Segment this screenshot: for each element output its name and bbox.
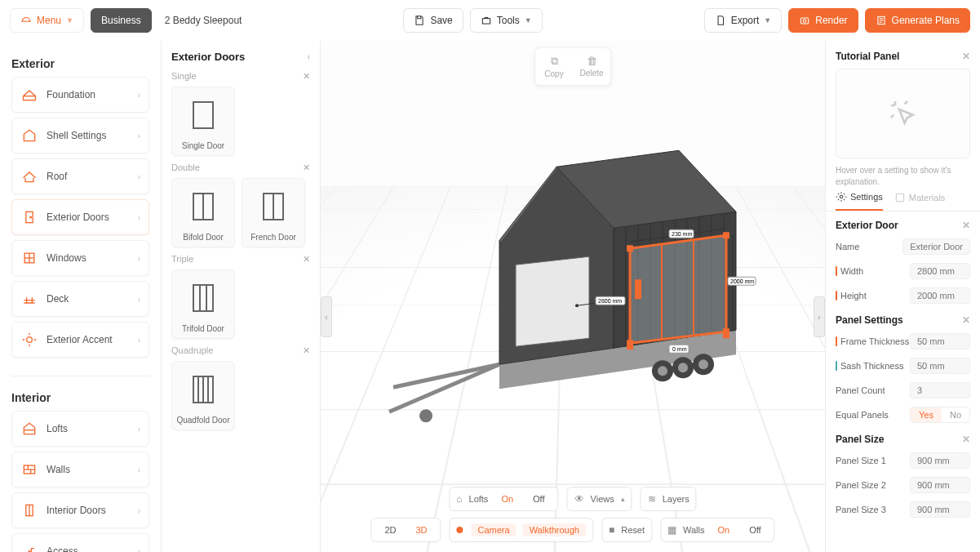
chevron-right-icon: › bbox=[138, 91, 140, 100]
close-icon[interactable]: ✕ bbox=[303, 71, 310, 82]
door-card-trifold-door[interactable]: Trifold Door bbox=[171, 269, 235, 339]
door-thumb bbox=[175, 275, 231, 321]
collapse-left-handle[interactable]: ‹ bbox=[321, 296, 332, 337]
door-card-label: Trifold Door bbox=[175, 324, 231, 333]
layers-button[interactable]: ≋Layers bbox=[641, 487, 697, 511]
svg-marker-45 bbox=[516, 256, 589, 346]
door-card-bifold-door[interactable]: Bifold Door bbox=[171, 178, 235, 247]
sidebar-item-walls[interactable]: Walls› bbox=[11, 452, 149, 487]
svg-rect-27 bbox=[193, 285, 213, 311]
close-icon[interactable]: ✕ bbox=[962, 220, 970, 231]
sidebar-item-label: Foundation bbox=[47, 89, 130, 100]
svg-rect-75 bbox=[896, 194, 903, 201]
svg-rect-63 bbox=[627, 245, 633, 252]
field-height-value[interactable]: 2000 mm bbox=[910, 287, 970, 304]
close-icon[interactable]: ✕ bbox=[962, 51, 970, 62]
delete-button[interactable]: 🗑Delete bbox=[573, 48, 610, 85]
field-frame-label: Frame Thickness bbox=[840, 336, 909, 346]
project-name: 2 Beddy Sleepout bbox=[165, 15, 242, 26]
layers-icon: ≋ bbox=[648, 493, 656, 505]
tools-label: Tools bbox=[497, 15, 520, 26]
field-name-value[interactable]: Exterior Door bbox=[902, 238, 970, 255]
sidebar-item-exterior-accent[interactable]: Exterior Accent› bbox=[11, 322, 149, 358]
copy-button[interactable]: ⧉Copy bbox=[535, 48, 573, 85]
tab-materials[interactable]: Materials bbox=[894, 191, 946, 211]
sidebar-item-deck[interactable]: Deck› bbox=[11, 281, 149, 317]
tutorial-tip: Hover over a setting to show it's explan… bbox=[836, 165, 970, 188]
panel-size-value[interactable]: 900 mm bbox=[910, 477, 970, 493]
field-name-label: Name bbox=[836, 242, 859, 252]
sidebar-item-label: Roof bbox=[47, 171, 130, 182]
door-card-quadfold-door[interactable]: Quadfold Door bbox=[171, 361, 235, 430]
sidebar-interior-title: Interior bbox=[11, 386, 149, 411]
camera-mode-toggle[interactable]: CameraWalkthrough bbox=[450, 518, 593, 542]
door-card-single-door[interactable]: Single Door bbox=[171, 87, 235, 156]
section-panel-settings: Panel Settings bbox=[836, 314, 903, 326]
windows-icon bbox=[20, 249, 38, 267]
close-icon[interactable]: ✕ bbox=[303, 345, 310, 356]
door-thumb bbox=[175, 367, 231, 412]
close-icon[interactable]: ✕ bbox=[962, 434, 970, 445]
generate-plans-button[interactable]: Generate Plans bbox=[865, 8, 970, 33]
view-mode-toggle[interactable]: 2D3D bbox=[370, 518, 441, 542]
save-label: Save bbox=[430, 15, 452, 26]
svg-point-39 bbox=[658, 366, 667, 376]
field-frame-value[interactable]: 50 mm bbox=[910, 333, 970, 349]
dim-top: 230 mm bbox=[672, 231, 692, 237]
section-panel-size: Panel Size bbox=[836, 434, 884, 445]
sidebar-item-label: Shell Settings bbox=[47, 130, 130, 141]
equal-panels-toggle[interactable]: YesNo bbox=[910, 407, 970, 423]
tab-settings[interactable]: Settings bbox=[836, 191, 883, 211]
access-icon bbox=[20, 542, 38, 552]
close-icon[interactable]: ✕ bbox=[303, 162, 310, 173]
save-button[interactable]: Save bbox=[403, 8, 463, 33]
panel-size-value[interactable]: 900 mm bbox=[910, 501, 970, 518]
menu-button[interactable]: Menu ▼ bbox=[10, 8, 84, 33]
chevron-right-icon: › bbox=[138, 213, 140, 222]
chevron-left-icon[interactable]: ‹ bbox=[308, 52, 310, 61]
door-card-french-door[interactable]: French Door bbox=[242, 178, 305, 247]
sidebar-item-exterior-doors[interactable]: Exterior Doors› bbox=[11, 199, 149, 235]
sidebar-item-windows[interactable]: Windows› bbox=[11, 240, 149, 276]
close-icon[interactable]: ✕ bbox=[303, 254, 310, 265]
dim-left: 2800 mm bbox=[598, 298, 622, 304]
panel-size-value[interactable]: 900 mm bbox=[910, 452, 970, 469]
field-count-value[interactable]: 3 bbox=[910, 382, 970, 398]
dim-bot: 0 mm bbox=[672, 346, 687, 352]
svg-rect-1 bbox=[801, 18, 809, 24]
viewport-3d[interactable]: ‹ › ⧉Copy 🗑Delete bbox=[321, 41, 825, 552]
cursor-click-icon bbox=[887, 97, 920, 130]
sidebar-item-lofts[interactable]: Lofts› bbox=[11, 411, 149, 447]
sidebar-item-interior-doors[interactable]: Interior Doors› bbox=[11, 492, 149, 528]
field-width-value[interactable]: 2800 mm bbox=[910, 263, 970, 279]
svg-rect-65 bbox=[635, 279, 641, 299]
walls-toggle[interactable]: ▦WallsOnOff bbox=[660, 518, 775, 542]
field-sash-value[interactable]: 50 mm bbox=[910, 358, 970, 374]
toolbox-icon bbox=[481, 15, 492, 26]
file-icon bbox=[715, 15, 726, 26]
field-count-label: Panel Count bbox=[836, 385, 885, 395]
svg-point-6 bbox=[30, 216, 32, 218]
inspector: Tutorial Panel✕ Hover over a setting to … bbox=[825, 41, 980, 552]
close-icon[interactable]: ✕ bbox=[962, 314, 970, 326]
render-button[interactable]: Render bbox=[788, 8, 858, 33]
sidebar-item-access[interactable]: Access› bbox=[11, 533, 149, 552]
sidebar-item-foundation[interactable]: Foundation› bbox=[11, 77, 149, 113]
reset-button[interactable]: ■Reset bbox=[601, 518, 652, 542]
business-tag[interactable]: Business bbox=[91, 8, 152, 33]
lofts-toggle[interactable]: ⌂LoftsOnOff bbox=[449, 487, 558, 511]
gear-icon bbox=[836, 191, 847, 203]
export-button[interactable]: Export ▼ bbox=[704, 8, 783, 33]
view-controls: ⌂LoftsOnOff 👁Views▴ ≋Layers 2D3D CameraW… bbox=[370, 487, 774, 542]
menu-label: Menu bbox=[37, 15, 61, 26]
sidebar-item-shell-settings[interactable]: Shell Settings› bbox=[11, 118, 149, 154]
roof-icon bbox=[20, 167, 38, 185]
sidebar-item-label: Interior Doors bbox=[47, 505, 130, 516]
dim-right: 2000 mm bbox=[730, 278, 754, 284]
collapse-right-handle[interactable]: › bbox=[814, 296, 825, 337]
sidebar-item-roof[interactable]: Roof› bbox=[11, 158, 149, 194]
tiny-house-model[interactable]: 230 mm 2000 mm 2800 mm 0 mm bbox=[385, 142, 760, 438]
tools-button[interactable]: Tools ▼ bbox=[470, 8, 543, 33]
views-dropdown[interactable]: 👁Views▴ bbox=[567, 487, 632, 511]
walls-icon bbox=[20, 461, 38, 479]
